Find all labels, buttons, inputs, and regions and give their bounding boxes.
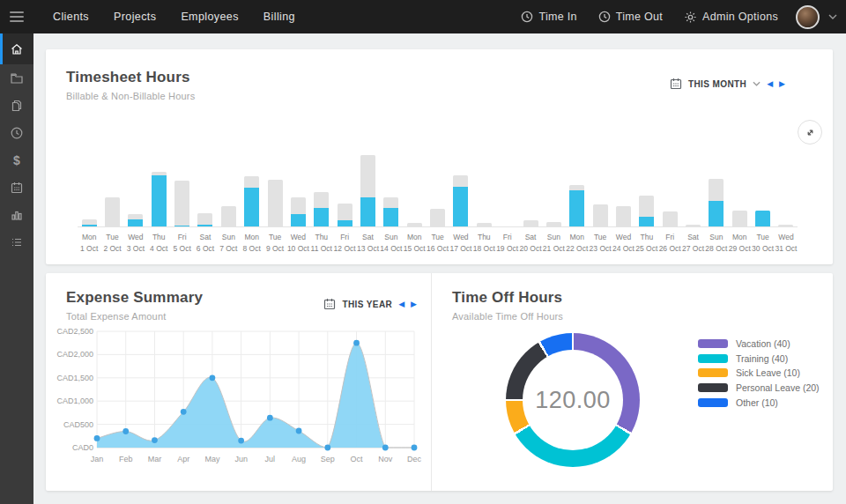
billable-segment [383, 208, 398, 226]
non-billable-segment [430, 209, 445, 226]
time-off-hours-card: Time Off Hours Available Time Off Hours … [432, 273, 833, 491]
prev-period-button[interactable]: ◀ [767, 80, 773, 88]
bar-label: Tue16 Oct [426, 232, 449, 254]
next-period-button[interactable]: ▶ [411, 300, 417, 308]
clock-icon [521, 11, 533, 23]
bottom-panel: Expense Summary Total Expense Amount THI… [46, 273, 833, 491]
bar-label: Thu25 Oct [635, 232, 658, 254]
billable-segment [755, 211, 770, 226]
bar-day-12-oct [333, 138, 356, 226]
expand-button[interactable] [798, 120, 822, 145]
expense-title: Expense Summary [66, 289, 203, 307]
legend-swatch [698, 383, 728, 392]
bar-label: Sun28 Oct [705, 232, 728, 254]
svg-text:Jul: Jul [265, 455, 276, 463]
bar-label: Sat13 Oct [356, 232, 379, 254]
svg-text:Jun: Jun [234, 455, 248, 463]
nav-item-clients[interactable]: Clients [41, 11, 101, 23]
svg-text:Mar: Mar [148, 455, 162, 463]
svg-text:Nov: Nov [378, 455, 393, 463]
range-selector[interactable]: THIS MONTH [688, 79, 746, 89]
legend-swatch [698, 368, 728, 377]
bar-day-19-oct [495, 138, 518, 226]
svg-text:Apr: Apr [177, 455, 189, 463]
non-billable-segment [709, 179, 724, 201]
non-billable-segment [686, 225, 701, 226]
billable-segment [338, 220, 352, 226]
expand-icon [805, 127, 816, 138]
sidebar-item-documents[interactable] [0, 92, 33, 119]
sidebar-item-reports[interactable] [0, 201, 33, 228]
app-root: Clients Projects Employees Billing Time … [0, 0, 846, 504]
admin-options-label: Admin Options [702, 11, 778, 23]
bar-label: Fri12 Oct [333, 232, 356, 254]
non-billable-segment [105, 197, 120, 226]
svg-text:CAD1,000: CAD1,000 [56, 397, 93, 405]
bar-day-6-oct [194, 138, 217, 226]
bar-label: Wed24 Oct [612, 232, 634, 254]
nav-item-billing[interactable]: Billing [251, 11, 308, 23]
bar-day-5-oct [170, 138, 193, 226]
bar-day-18-oct [472, 138, 495, 226]
sidebar: $ [0, 33, 33, 504]
sidebar-item-home[interactable] [0, 33, 33, 64]
billable-segment [569, 190, 584, 226]
bar-day-28-oct [705, 138, 728, 226]
bar-day-13-oct [356, 138, 379, 226]
bar-day-20-oct [519, 138, 542, 226]
legend-item: Other (10) [698, 395, 820, 410]
time-out-button[interactable]: Time Out [590, 11, 672, 23]
documents-icon [10, 99, 24, 113]
non-billable-segment [174, 181, 189, 226]
bar-day-14-oct [380, 138, 403, 226]
sidebar-item-projects[interactable] [0, 64, 33, 92]
svg-text:Dec: Dec [407, 455, 422, 463]
bar-day-24-oct [612, 138, 634, 226]
bar-day-26-oct [658, 138, 681, 226]
legend-item: Vacation (40) [698, 337, 820, 352]
billable-segment [128, 219, 143, 226]
donut-center-value: 120.00 [506, 333, 640, 467]
bar-label: Mon15 Oct [403, 232, 426, 254]
billable-segment [82, 225, 97, 226]
bar-day-30-oct [751, 138, 774, 226]
non-billable-segment [407, 223, 422, 226]
non-billable-segment [593, 204, 608, 226]
nav-right-actions: Time In Time Out Admin Options [512, 5, 846, 29]
bar-day-2-oct [100, 138, 123, 226]
sidebar-item-time[interactable] [0, 119, 33, 146]
range-selector[interactable]: THIS YEAR [342, 300, 392, 309]
nav-item-projects[interactable]: Projects [101, 11, 168, 23]
bar-day-17-oct [449, 138, 472, 226]
svg-text:Feb: Feb [119, 455, 133, 463]
bar-day-8-oct [241, 138, 263, 226]
timeoff-subtitle: Available Time Off Hours [452, 311, 563, 322]
next-period-button[interactable]: ▶ [779, 80, 785, 88]
billable-segment [197, 225, 212, 226]
bar-label: Mon1 Oct [78, 232, 100, 254]
clock-icon [598, 11, 611, 23]
legend-swatch [698, 398, 728, 407]
admin-options-button[interactable]: Admin Options [675, 11, 787, 24]
gear-icon [684, 11, 697, 24]
sidebar-item-billing[interactable]: $ [0, 146, 33, 174]
non-billable-segment [268, 180, 283, 226]
prev-period-button[interactable]: ◀ [398, 300, 404, 308]
non-billable-segment [221, 206, 236, 226]
timeoff-title: Time Off Hours [452, 289, 563, 307]
user-avatar[interactable] [796, 5, 820, 29]
sidebar-item-list[interactable] [0, 228, 33, 256]
menu-hamburger-icon[interactable] [0, 11, 33, 22]
calendar-icon [670, 78, 682, 90]
non-billable-segment [383, 197, 398, 208]
legend-label: Sick Leave (10) [736, 367, 800, 378]
nav-item-employees[interactable]: Employees [168, 11, 250, 23]
chevron-down-icon[interactable] [753, 81, 761, 86]
chevron-down-icon[interactable] [828, 14, 837, 19]
bar-chart-icon [10, 208, 24, 222]
time-in-button[interactable]: Time In [512, 11, 585, 23]
bar-label: Sat6 Oct [194, 232, 217, 254]
billable-segment [360, 197, 375, 226]
bar-day-15-oct [403, 138, 426, 226]
sidebar-item-calendar[interactable] [0, 174, 33, 201]
